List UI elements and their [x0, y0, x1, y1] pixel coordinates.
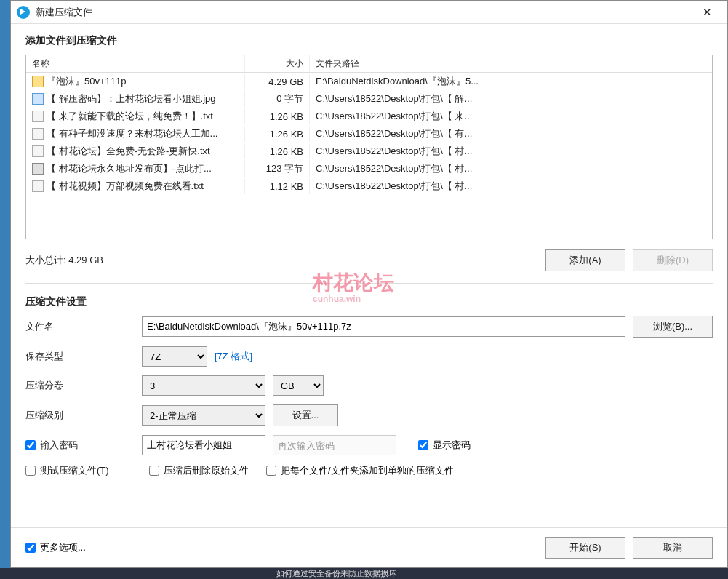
file-size: 4.29 GB — [244, 74, 310, 89]
file-size: 0 字节 — [244, 90, 310, 108]
show-password-checkbox-input[interactable] — [418, 440, 428, 450]
column-name[interactable]: 名称 — [26, 55, 244, 72]
password-confirm-input[interactable] — [273, 435, 396, 455]
split-unit-select[interactable]: GB — [273, 375, 324, 396]
file-name: 【 村花论坛永久地址发布页】-点此打... — [47, 162, 212, 175]
file-path: C:\Users\18522\Desktop\打包\【 村... — [310, 160, 712, 177]
more-options-checkbox[interactable]: 更多选项... — [25, 541, 545, 554]
password-input[interactable] — [142, 435, 265, 455]
column-size[interactable]: 大小 — [244, 55, 310, 72]
file-row[interactable]: 【 有种子却没速度？来村花论坛人工加...1.26 KBC:\Users\185… — [26, 125, 712, 143]
app-icon — [17, 6, 30, 19]
test-archive-label: 测试压缩文件(T) — [40, 464, 109, 477]
filename-label: 文件名 — [25, 320, 142, 333]
password-checkbox-input[interactable] — [25, 440, 36, 450]
file-row[interactable]: 【 村花论坛永久地址发布页】-点此打...123 字节C:\Users\1852… — [26, 160, 712, 177]
file-name: 【 村花视频】万部视频免费在线看.txt — [47, 180, 204, 193]
file-icon — [32, 163, 44, 175]
each-separate-checkbox-input[interactable] — [266, 466, 276, 476]
file-path: C:\Users\18522\Desktop\打包\【 解... — [310, 90, 712, 108]
file-name: 【 来了就能下载的论坛，纯免费！】.txt — [47, 110, 213, 123]
settings-button[interactable]: 设置... — [273, 404, 338, 426]
more-options-label: 更多选项... — [40, 541, 86, 554]
password-checkbox-label: 输入密码 — [40, 439, 78, 452]
file-row[interactable]: 【 村花视频】万部视频免费在线看.txt1.12 KBC:\Users\1852… — [26, 177, 712, 195]
file-path: E:\BaiduNetdiskDownload\『泡沫』5... — [310, 73, 712, 90]
each-separate-checkbox[interactable]: 把每个文件/文件夹添加到单独的压缩文件 — [266, 464, 454, 477]
close-icon[interactable]: ✕ — [692, 2, 721, 23]
delete-after-checkbox-input[interactable] — [149, 466, 159, 476]
file-path: C:\Users\18522\Desktop\打包\【 村... — [310, 143, 712, 160]
file-icon — [32, 76, 44, 87]
split-label: 压缩分卷 — [25, 379, 142, 392]
file-row[interactable]: 『泡沫』50v+111p4.29 GBE:\BaiduNetdiskDownlo… — [26, 73, 712, 90]
file-size: 1.12 KB — [244, 179, 310, 194]
file-name: 【 村花论坛】全免费-无套路-更新快.txt — [47, 145, 210, 158]
file-size: 1.26 KB — [244, 127, 310, 142]
savetype-label: 保存类型 — [25, 350, 142, 363]
window-title: 新建压缩文件 — [36, 6, 692, 19]
file-size: 1.26 KB — [244, 144, 310, 159]
file-name: 【 解压密码】：上村花论坛看小姐姐.jpg — [47, 92, 216, 105]
file-list-header[interactable]: 名称 大小 文件夹路径 — [26, 55, 712, 73]
section-settings-title: 压缩文件设置 — [25, 295, 713, 308]
delete-after-label: 压缩后删除原始文件 — [164, 464, 249, 477]
password-checkbox[interactable]: 输入密码 — [25, 439, 142, 452]
titlebar: 新建压缩文件 ✕ — [11, 1, 727, 24]
more-options-checkbox-input[interactable] — [25, 543, 36, 553]
file-list: 名称 大小 文件夹路径 『泡沫』50v+111p4.29 GBE:\BaiduN… — [25, 55, 713, 239]
split-count-select[interactable]: 3 — [142, 375, 265, 396]
savetype-select[interactable]: 7Z — [142, 346, 207, 367]
cancel-button[interactable]: 取消 — [633, 537, 713, 559]
file-icon — [32, 128, 44, 140]
file-row[interactable]: 【 解压密码】：上村花论坛看小姐姐.jpg0 字节C:\Users\18522\… — [26, 90, 712, 108]
file-row[interactable]: 【 村花论坛】全免费-无套路-更新快.txt1.26 KBC:\Users\18… — [26, 143, 712, 160]
file-icon — [32, 145, 44, 157]
test-archive-checkbox[interactable]: 测试压缩文件(T) — [25, 464, 149, 477]
add-button[interactable]: 添加(A) — [545, 249, 625, 271]
compression-level-select[interactable]: 2-正常压缩 — [142, 405, 265, 426]
section-add-files-title: 添加文件到压缩文件 — [25, 34, 713, 47]
total-size-label: 大小总计: 4.29 GB — [25, 254, 545, 267]
file-name: 【 有种子却没速度？来村花论坛人工加... — [47, 127, 217, 140]
show-password-checkbox[interactable]: 显示密码 — [418, 439, 471, 452]
dialog-window: 新建压缩文件 ✕ 添加文件到压缩文件 名称 大小 文件夹路径 『泡沫』50v+1… — [10, 0, 728, 568]
savetype-format-link[interactable]: [7Z 格式] — [215, 350, 252, 363]
file-icon — [32, 180, 44, 192]
file-size: 123 字节 — [244, 160, 310, 177]
file-path: C:\Users\18522\Desktop\打包\【 来... — [310, 108, 712, 125]
start-button[interactable]: 开始(S) — [545, 537, 625, 559]
column-path[interactable]: 文件夹路径 — [310, 55, 712, 72]
file-icon — [32, 111, 44, 122]
compression-level-label: 压缩级别 — [25, 409, 142, 422]
file-size: 1.26 KB — [244, 109, 310, 124]
delete-after-checkbox[interactable]: 压缩后删除原始文件 — [149, 464, 249, 477]
file-icon — [32, 93, 44, 105]
file-path: C:\Users\18522\Desktop\打包\【 有... — [310, 125, 712, 143]
background-app-text: 如何通过安全备份来防止数据损坏 — [0, 568, 728, 579]
file-path: C:\Users\18522\Desktop\打包\【 村... — [310, 177, 712, 195]
each-separate-label: 把每个文件/文件夹添加到单独的压缩文件 — [281, 464, 454, 477]
file-name: 『泡沫』50v+111p — [47, 75, 126, 88]
dialog-footer: 更多选项... 开始(S) 取消 — [11, 527, 727, 567]
file-row[interactable]: 【 来了就能下载的论坛，纯免费！】.txt1.26 KBC:\Users\185… — [26, 108, 712, 125]
filename-input[interactable] — [142, 316, 625, 337]
browse-button[interactable]: 浏览(B)... — [633, 316, 713, 338]
test-archive-checkbox-input[interactable] — [25, 466, 36, 476]
show-password-label: 显示密码 — [433, 439, 471, 452]
delete-button[interactable]: 删除(D) — [633, 249, 713, 271]
